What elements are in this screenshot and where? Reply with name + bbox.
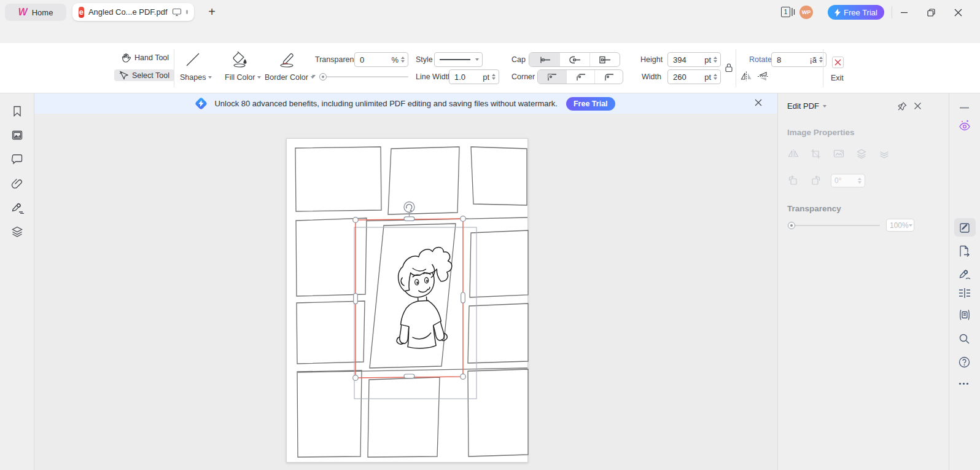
tab-manager-icon[interactable]: 1 [781,7,795,17]
ai-assistant-eye-icon[interactable] [959,120,971,132]
handle-top [404,217,414,221]
close-button[interactable] [949,6,966,18]
document-tab[interactable]: e Angled Co...e PDF.pdf [72,3,194,21]
rotate-right-icon[interactable] [811,175,822,186]
hand-tool-button[interactable]: Hand Tool [117,52,174,64]
corner-round-button[interactable] [594,70,623,84]
edit-pdf-icon[interactable] [959,222,971,234]
replace-image-icon[interactable] [833,149,844,160]
cap-square-button[interactable] [589,53,620,66]
corner-bevel-button[interactable] [566,70,594,84]
hand-icon [122,53,131,63]
flip-horizontal-icon[interactable] [788,149,799,160]
avatar[interactable]: WP [799,6,813,19]
transparency-presets-chevron-icon[interactable] [312,75,316,77]
width-input[interactable]: 260 pt [667,69,721,84]
line-width-input[interactable]: 1.0 pt [449,69,499,84]
restore-button[interactable] [922,6,939,18]
pdf-page[interactable] [286,138,528,463]
line-width-label: Line Width [416,72,452,81]
handle-top-left [353,217,359,223]
chevron-down-icon [257,76,261,79]
document-canvas[interactable]: Unlock 80 advanced benefits, including u… [34,93,777,470]
close-panel-icon[interactable] [914,102,922,110]
attachment-icon[interactable] [11,177,23,189]
split-view-icon[interactable] [959,288,971,300]
border-color-button[interactable]: Border Color [265,73,314,82]
pin-panel-icon[interactable] [897,101,907,111]
bookmark-icon[interactable] [11,105,23,117]
banner-free-trial-button[interactable]: Free Trial [566,97,615,111]
lightning-icon [834,9,841,17]
chevron-down-icon [208,76,212,79]
style-label: Style [416,55,433,64]
extract-page-icon[interactable] [959,245,971,257]
send-backward-icon[interactable] [879,149,890,160]
fill-color-icon[interactable] [231,51,249,68]
layers-icon[interactable] [11,225,23,238]
lock-aspect-icon[interactable] [725,63,733,72]
cap-label: Cap [511,55,526,64]
transparency-input[interactable]: 0 % [354,52,408,67]
rotate-input[interactable]: 8 ¡ã [771,52,826,67]
spinner [714,57,717,63]
edit-shape-toolbar: Hand Tool Select Tool Shapes Fill Color … [0,43,980,93]
rotate-left-icon[interactable] [788,175,799,186]
comment-icon[interactable] [11,153,23,165]
fill-color-button[interactable]: Fill Color [225,73,261,82]
bring-forward-icon[interactable] [856,149,867,160]
toolbar-divider2 [736,49,736,87]
exit-label: Exit [831,74,844,82]
more-tools-icon[interactable] [959,382,971,394]
panel-transparency-slider[interactable] [789,225,880,226]
cap-style-group [529,52,620,67]
page-frame-icon[interactable] [959,309,971,321]
image-properties-title: Image Properties [787,128,855,137]
select-tool-label: Select Tool [132,71,169,80]
height-label: Height [640,55,663,64]
transparency-slider-knob[interactable] [319,73,327,80]
transparency-slider[interactable] [321,76,408,77]
collapse-strip-icon[interactable] [960,107,969,109]
flip-horizontal-icon[interactable] [741,71,752,81]
panel-transparency-knob[interactable] [788,222,795,229]
crop-icon[interactable] [811,149,822,160]
width-label: Width [642,72,661,81]
home-tab[interactable]: W Home [5,4,66,21]
wps-logo: W [18,7,28,18]
new-tab-button[interactable]: + [205,5,219,18]
cap-flat-button[interactable] [529,53,559,66]
rotate-handle [404,202,414,213]
corner-miter-button[interactable] [538,70,566,84]
free-trial-button[interactable]: Free Trial [828,5,884,20]
border-color-icon[interactable] [278,51,296,68]
cap-round-button[interactable] [559,53,589,66]
panel-mode-select[interactable]: Edit PDF [787,101,826,111]
handle-right [461,292,465,303]
shapes-icon[interactable] [184,52,203,68]
modified-dot [186,10,188,14]
toolbar-divider [174,49,174,87]
rotate-angle-input: 0° [831,174,865,187]
banner-close-icon[interactable] [754,98,764,108]
minimize-button[interactable] [895,6,912,18]
spinner [714,74,717,80]
transparency-value-dropdown[interactable]: 100% [886,219,914,232]
exit-x-icon [834,59,841,66]
select-tool-button[interactable]: Select Tool [114,69,174,81]
style-select[interactable] [434,52,483,67]
height-input[interactable]: 394 pt [667,52,721,67]
spinner [401,57,405,63]
signature-icon[interactable] [11,202,23,214]
corner-label: Corner [511,72,535,81]
collage-panels [295,147,528,457]
help-icon[interactable] [959,356,971,369]
thumbnail-image-icon[interactable] [11,129,23,141]
shapes-button[interactable]: Shapes [180,73,212,82]
page-content [287,139,529,463]
flip-vertical-icon[interactable] [757,72,769,81]
hand-tool-label: Hand Tool [134,53,169,62]
sign-pen-icon[interactable] [959,268,971,281]
exit-button[interactable] [832,57,844,68]
search-icon[interactable] [959,333,971,345]
